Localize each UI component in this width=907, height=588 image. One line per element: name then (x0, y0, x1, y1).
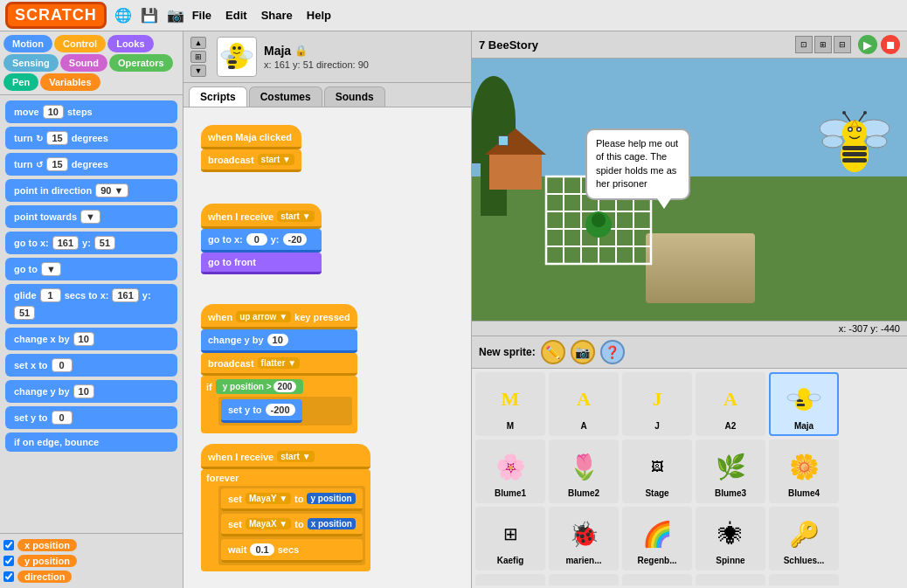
block-change-y-10[interactable]: change y by 10 (201, 329, 357, 353)
camera-sprite-button[interactable]: 📷 (571, 340, 595, 364)
block-set-mayay[interactable]: set MayaY ▼ to y position (221, 488, 363, 511)
coords-bar: x: -307 y: -440 (472, 321, 907, 336)
cat-sensing[interactable]: Sensing (3, 54, 59, 72)
var-y-position-check[interactable] (3, 556, 14, 566)
sprite-item-blume3[interactable]: 🌿 Blume3 (696, 439, 765, 503)
menu-share[interactable]: Share (261, 9, 293, 22)
block-goto-xy[interactable]: go to x: 161 y: 51 (5, 232, 177, 254)
sprite-item-stage[interactable]: 🖼 Stage (622, 439, 692, 503)
house-window (498, 135, 509, 146)
block-forever[interactable]: forever set MayaY ▼ to y position set Ma… (201, 469, 370, 571)
cat-looks[interactable]: Looks (107, 35, 153, 52)
search-sprite-button[interactable]: ❓ (600, 340, 625, 364)
sprite-label-a2: A2 (725, 421, 737, 431)
sprite-item-bee4[interactable]: 🐝 (696, 574, 765, 585)
block-set-y-200[interactable]: set y to -200 (221, 399, 302, 423)
block-goto-x0-y20[interactable]: go to x: 0 y: -20 (201, 229, 322, 252)
menu-help[interactable]: Help (307, 9, 331, 22)
sprite-item-a[interactable]: A A (549, 372, 619, 436)
cat-control[interactable]: Control (54, 35, 106, 52)
block-goto[interactable]: go to ▼ (5, 258, 177, 280)
sprite-lock-icon[interactable]: 🔒 (294, 45, 308, 57)
sprite-label-stage: Stage (645, 488, 668, 498)
block-glide[interactable]: glide 1 secs to x: 161 y: 51 (5, 284, 177, 324)
sprite-item-m[interactable]: M M (475, 372, 545, 436)
scratch-logo[interactable]: SCRATCH (5, 2, 107, 29)
svg-rect-2 (228, 60, 237, 64)
block-move[interactable]: move 10 steps (5, 100, 177, 123)
block-wait[interactable]: wait 0.1 secs (221, 539, 363, 563)
var-direction-check[interactable] (3, 571, 14, 582)
block-point-direction[interactable]: point in direction 90 ▼ (5, 179, 177, 202)
paint-sprite-button[interactable]: ✏️ (541, 340, 565, 364)
cat-operators[interactable]: Operators (109, 54, 173, 72)
block-set-x[interactable]: set x to 0 (5, 354, 177, 377)
hat-receive-start-2[interactable]: when I receive start ▼ (201, 444, 370, 469)
fullscreen-btn-3[interactable]: ⊟ (834, 36, 851, 53)
stop-button[interactable]: ⏹ (881, 35, 900, 54)
fullscreen-btn-2[interactable]: ⊞ (814, 36, 832, 53)
sprite-item-blume1[interactable]: 🌸 Blume1 (475, 439, 545, 503)
tab-sounds[interactable]: Sounds (324, 86, 385, 107)
block-set-y[interactable]: set y to 0 (5, 406, 177, 429)
sprite-nav-expand[interactable]: ⊞ (190, 51, 206, 63)
sprite-item-marien[interactable]: 🐞 marien... (549, 507, 619, 571)
sprite-item-regenb[interactable]: 🌈 Regenb... (622, 507, 692, 571)
block-if[interactable]: if y position > 200 set y to -200 (201, 376, 357, 433)
sprite-info: Maja 🔒 x: 161 y: 51 direction: 90 (264, 44, 464, 70)
cat-sound[interactable]: Sound (60, 54, 107, 72)
sprite-name-row: Maja 🔒 (264, 44, 464, 58)
green-flag-button[interactable]: ▶ (858, 35, 877, 54)
sprite-item-j[interactable]: J J (622, 372, 692, 436)
save-icon[interactable]: 💾 (140, 6, 159, 25)
sprite-item-a2[interactable]: A A2 (696, 372, 765, 436)
sprite-thumb-a: A (557, 377, 610, 421)
hat-receive-start-1[interactable]: when I receive start ▼ (201, 204, 322, 229)
sprite-item-blume4[interactable]: 🌼 Blume4 (769, 439, 839, 503)
block-goto-front[interactable]: go to front (201, 252, 322, 274)
sprite-item-bee1[interactable]: 🐝 (475, 574, 545, 585)
var-y-position-badge: y position (17, 555, 77, 567)
menu-edit[interactable]: Edit (225, 9, 247, 22)
cat-motion[interactable]: Motion (3, 35, 52, 52)
cat-pen[interactable]: Pen (3, 73, 38, 91)
block-turn-ccw[interactable]: turn ↺ 15 degrees (5, 153, 177, 176)
photo-icon[interactable]: 📷 (166, 6, 185, 25)
topbar: SCRATCH 🌐 💾 📷 File Edit Share Help (0, 0, 907, 31)
block-broadcast-start[interactable]: broadcast start ▼ (201, 149, 301, 172)
fullscreen-buttons: ⊡ ⊞ ⊟ (795, 36, 851, 53)
script-canvas[interactable]: when Maja clicked broadcast start ▼ when… (183, 107, 471, 588)
hat-maja-clicked[interactable]: when Maja clicked (201, 125, 301, 149)
block-edge-bounce[interactable]: if on edge, bounce (5, 432, 177, 452)
sprite-nav-up[interactable]: ▲ (190, 37, 206, 49)
globe-icon[interactable]: 🌐 (114, 6, 133, 25)
tab-scripts[interactable]: Scripts (189, 86, 247, 107)
menu-file[interactable]: File (192, 9, 211, 22)
sprite-label-a: A (580, 421, 586, 431)
sprite-thumb-blume1: 🌸 (484, 445, 537, 488)
sprite-nav-down[interactable]: ▼ (190, 65, 206, 77)
tab-costumes[interactable]: Costumes (249, 86, 322, 107)
sprite-item-maja[interactable]: Maja (769, 372, 839, 436)
sprite-item-blume2[interactable]: 🌷 Blume2 (549, 439, 619, 503)
sprite-item-kaefig[interactable]: ⊞ Kaefig (475, 507, 545, 571)
sprite-label-kaefig: Kaefig (497, 556, 524, 565)
sprite-label-blume3: Blume3 (715, 488, 746, 498)
hat-up-arrow[interactable]: when up arrow ▼ key pressed (201, 304, 357, 329)
stage-viewport[interactable]: Please help me out of this cage. The spi… (472, 59, 907, 321)
sprite-item-bee3[interactable]: 🐝 (622, 574, 692, 585)
cat-variables[interactable]: Variables (40, 73, 100, 91)
block-set-mayax[interactable]: set MayaX ▼ to x position (221, 514, 363, 536)
fullscreen-btn-1[interactable]: ⊡ (795, 36, 813, 53)
block-change-x[interactable]: change x by 10 (5, 328, 177, 350)
block-broadcast-flatter[interactable]: broadcast flatter ▼ (201, 353, 357, 376)
sprite-item-schlues[interactable]: 🔑 Schlues... (769, 507, 839, 571)
sprite-item-bee5[interactable]: 🐝 (769, 574, 839, 585)
sprite-item-spinne[interactable]: 🕷 Spinne (696, 507, 765, 571)
var-x-position-check[interactable] (3, 540, 14, 550)
block-point-towards[interactable]: point towards ▼ (5, 205, 177, 228)
sprite-thumb-bee5: 🐝 (778, 579, 830, 585)
sprite-item-bee2[interactable]: 🐝 (549, 574, 619, 585)
block-change-y[interactable]: change y by 10 (5, 380, 177, 403)
block-turn-cw[interactable]: turn ↻ 15 degrees (5, 127, 177, 149)
